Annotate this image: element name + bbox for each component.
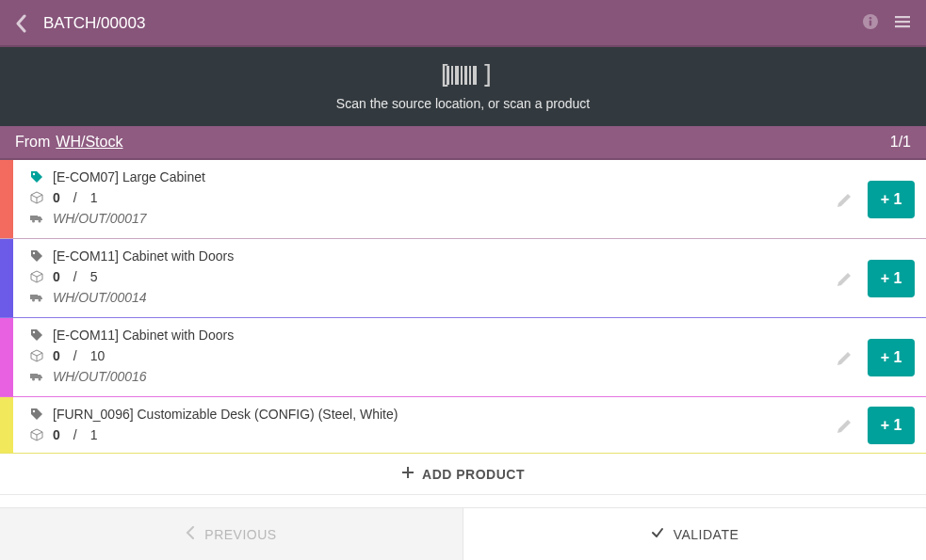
svg-text:[: [: [437, 62, 452, 88]
product-line[interactable]: [E-COM11] Cabinet with Doors 0 / 5 WH/OU…: [0, 239, 926, 318]
qty-total: 1: [90, 427, 98, 442]
barcode-icon: [ ]: [437, 62, 490, 88]
increment-button[interactable]: + 1: [868, 339, 915, 376]
footer-bar: PREVIOUS VALIDATE: [0, 507, 926, 560]
validate-button[interactable]: VALIDATE: [463, 508, 926, 560]
svg-rect-4: [895, 21, 910, 23]
add-product-button[interactable]: ADD PRODUCT: [0, 454, 926, 495]
svg-text:]: ]: [480, 62, 490, 88]
svg-rect-12: [469, 66, 471, 85]
location-bar: From WH/Stock 1/1: [0, 126, 926, 160]
line-color-bar: [0, 318, 13, 396]
cube-icon: [30, 270, 43, 283]
chevron-left-icon: [186, 526, 195, 542]
picking-ref: WH/OUT/00016: [53, 369, 147, 384]
product-line[interactable]: [E-COM07] Large Cabinet 0 / 1 WH/OUT/000…: [0, 160, 926, 239]
info-icon[interactable]: [862, 13, 879, 34]
qty-total: 1: [90, 190, 98, 205]
svg-point-1: [869, 17, 872, 20]
picking-ref: WH/OUT/00017: [53, 211, 147, 226]
svg-point-26: [39, 378, 41, 381]
edit-icon[interactable]: [836, 348, 854, 367]
truck-icon: [30, 212, 43, 225]
svg-point-19: [33, 252, 35, 254]
menu-icon[interactable]: [894, 13, 911, 34]
svg-point-15: [33, 173, 35, 175]
qty-total: 10: [90, 348, 106, 363]
qty-done: 0: [53, 269, 60, 284]
add-product-label: ADD PRODUCT: [422, 467, 525, 482]
svg-rect-24: [30, 374, 38, 378]
app-header: BATCH/00003: [0, 0, 926, 47]
increment-button[interactable]: + 1: [868, 181, 915, 218]
cube-icon: [30, 428, 43, 441]
product-name: [E-COM07] Large Cabinet: [53, 169, 205, 184]
product-name: [FURN_0096] Customizable Desk (CONFIG) (…: [53, 407, 398, 422]
svg-rect-20: [30, 295, 38, 299]
tag-icon: [30, 408, 43, 421]
svg-rect-11: [464, 66, 467, 85]
svg-rect-9: [455, 66, 459, 85]
plus-icon: [401, 466, 414, 482]
cube-icon: [30, 191, 43, 204]
scan-instruction: Scan the source location, or scan a prod…: [336, 96, 590, 111]
truck-icon: [30, 291, 43, 304]
line-color-bar: [0, 397, 13, 453]
edit-icon[interactable]: [836, 269, 854, 288]
svg-rect-10: [461, 66, 463, 85]
tag-icon: [30, 328, 43, 342]
product-line[interactable]: [FURN_0096] Customizable Desk (CONFIG) (…: [0, 397, 926, 454]
svg-point-21: [32, 299, 35, 302]
tag-icon: [30, 170, 43, 184]
increment-button[interactable]: + 1: [868, 260, 915, 297]
product-name: [E-COM11] Cabinet with Doors: [53, 248, 234, 264]
svg-rect-2: [869, 21, 871, 26]
svg-point-22: [39, 299, 41, 302]
svg-rect-13: [473, 66, 477, 85]
svg-rect-3: [895, 16, 910, 18]
qty-total: 5: [90, 269, 98, 284]
from-location[interactable]: WH/Stock: [56, 134, 122, 151]
edit-icon[interactable]: [836, 190, 854, 209]
scan-banner: [ ] Scan the source location, or scan a …: [0, 47, 926, 126]
increment-button[interactable]: + 1: [868, 407, 915, 444]
product-list: [E-COM07] Large Cabinet 0 / 1 WH/OUT/000…: [0, 160, 926, 454]
pager: 1/1: [890, 134, 911, 151]
truck-icon: [30, 370, 43, 383]
svg-rect-7: [447, 66, 449, 85]
validate-label: VALIDATE: [674, 527, 739, 542]
back-button[interactable]: [15, 14, 28, 33]
qty-done: 0: [53, 190, 60, 205]
picking-ref: WH/OUT/00014: [53, 290, 147, 305]
cube-icon: [30, 349, 43, 362]
line-color-bar: [0, 239, 13, 317]
svg-point-27: [33, 410, 35, 412]
previous-button[interactable]: PREVIOUS: [0, 508, 463, 560]
svg-rect-16: [30, 216, 38, 220]
qty-done: 0: [53, 427, 60, 442]
product-name: [E-COM11] Cabinet with Doors: [53, 328, 234, 343]
svg-point-18: [39, 220, 41, 223]
from-label: From: [15, 134, 50, 151]
svg-rect-8: [451, 66, 453, 85]
previous-label: PREVIOUS: [204, 527, 276, 542]
qty-done: 0: [53, 348, 60, 363]
tag-icon: [30, 249, 43, 263]
svg-point-23: [33, 331, 35, 333]
line-color-bar: [0, 160, 13, 238]
check-icon: [651, 526, 664, 542]
edit-icon[interactable]: [836, 416, 854, 435]
page-title: BATCH/00003: [43, 14, 145, 33]
svg-rect-29: [402, 472, 414, 473]
svg-rect-5: [895, 25, 910, 27]
svg-point-17: [32, 220, 35, 223]
svg-point-25: [32, 378, 35, 381]
product-line[interactable]: [E-COM11] Cabinet with Doors 0 / 10 WH/O…: [0, 318, 926, 397]
